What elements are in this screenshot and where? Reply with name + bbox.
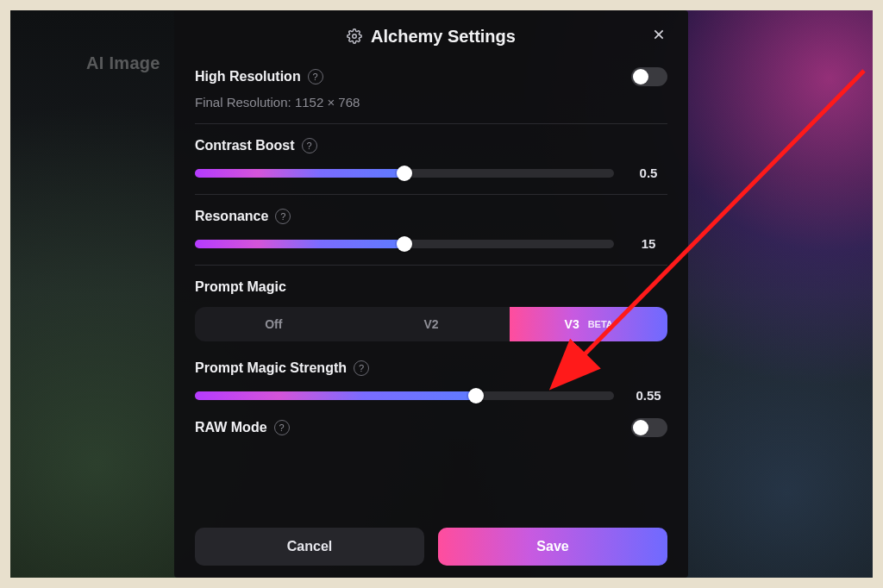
high-resolution-toggle[interactable] xyxy=(631,67,667,86)
help-icon[interactable]: ? xyxy=(275,209,291,224)
resonance-slider[interactable] xyxy=(195,240,614,248)
section-resonance: Resonance ? 15 xyxy=(195,195,667,266)
slider-thumb[interactable] xyxy=(397,166,412,181)
segment-label: Off xyxy=(265,317,282,331)
help-icon[interactable]: ? xyxy=(274,420,290,435)
section-prompt-magic: Prompt Magic Off V2 V3 BETA Prompt Magic… xyxy=(195,266,667,444)
final-resolution-text: Final Resolution: 1152 × 768 xyxy=(195,95,667,109)
segment-label: V2 xyxy=(423,317,438,331)
high-resolution-label: High Resolution xyxy=(195,69,301,84)
prompt-magic-label: Prompt Magic xyxy=(195,279,286,295)
cancel-button[interactable]: Cancel xyxy=(195,528,424,566)
gear-icon xyxy=(347,28,362,44)
contrast-boost-label: Contrast Boost xyxy=(195,138,295,153)
modal-footer: Cancel Save xyxy=(195,516,667,566)
slider-fill xyxy=(195,169,404,178)
section-high-resolution: High Resolution ? Final Resolution: 1152… xyxy=(195,53,667,124)
save-button[interactable]: Save xyxy=(438,528,667,566)
help-icon[interactable]: ? xyxy=(354,360,369,376)
prompt-magic-segmented: Off V2 V3 BETA xyxy=(195,307,667,341)
segment-label: V3 xyxy=(565,317,579,331)
prompt-magic-option-v2[interactable]: V2 xyxy=(353,307,510,341)
resonance-label: Resonance xyxy=(195,209,268,224)
contrast-boost-slider[interactable] xyxy=(195,169,614,178)
resonance-value: 15 xyxy=(629,236,667,251)
toggle-knob xyxy=(633,69,648,84)
slider-thumb[interactable] xyxy=(468,388,484,403)
raw-mode-toggle[interactable] xyxy=(631,418,667,437)
prompt-magic-strength-label: Prompt Magic Strength xyxy=(195,360,347,376)
svg-point-0 xyxy=(353,34,357,39)
prompt-magic-strength-slider[interactable] xyxy=(195,391,614,400)
help-icon[interactable]: ? xyxy=(308,69,323,84)
modal-title: Alchemy Settings xyxy=(371,27,516,47)
section-contrast-boost: Contrast Boost ? 0.5 xyxy=(195,124,667,195)
beta-badge: BETA xyxy=(588,319,613,329)
slider-fill xyxy=(195,240,404,248)
raw-mode-label: RAW Mode xyxy=(195,420,267,435)
slider-thumb[interactable] xyxy=(397,236,412,252)
button-label: Save xyxy=(536,539,568,554)
contrast-boost-value: 0.5 xyxy=(629,166,667,180)
close-button[interactable] xyxy=(647,22,671,47)
modal-header: Alchemy Settings xyxy=(195,19,667,53)
toggle-knob xyxy=(633,420,648,435)
prompt-magic-option-v3[interactable]: V3 BETA xyxy=(510,307,667,341)
background-title: AI Image xyxy=(86,53,160,73)
prompt-magic-strength-value: 0.55 xyxy=(629,388,667,403)
button-label: Cancel xyxy=(287,539,332,554)
slider-fill xyxy=(195,391,476,400)
alchemy-settings-modal: Alchemy Settings High Resolution ? Final… xyxy=(174,10,688,578)
prompt-magic-option-off[interactable]: Off xyxy=(195,307,353,341)
help-icon[interactable]: ? xyxy=(302,138,317,153)
